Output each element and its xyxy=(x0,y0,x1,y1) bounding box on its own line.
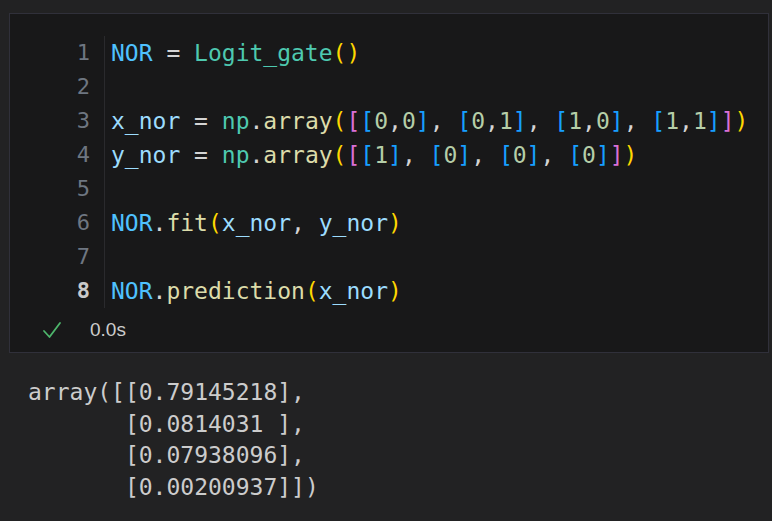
cell-status-bar: 0.0s xyxy=(10,308,768,352)
code-line[interactable]: 1NOR = Logit_gate() xyxy=(10,36,768,70)
line-number: 7 xyxy=(10,240,90,274)
line-number: 8 xyxy=(10,274,90,308)
code-line[interactable]: 3x_nor = np.array([[0,0], [0,1], [1,0], … xyxy=(10,104,768,138)
code-line-text[interactable] xyxy=(104,70,768,104)
code-line[interactable]: 5 xyxy=(10,172,768,206)
code-line[interactable]: 2 xyxy=(10,70,768,104)
code-line-text[interactable]: NOR.prediction(x_nor) xyxy=(104,274,768,308)
notebook-cell[interactable]: 1NOR = Logit_gate()23x_nor = np.array([[… xyxy=(9,13,769,353)
success-check-icon xyxy=(40,318,64,342)
line-number: 3 xyxy=(10,104,90,138)
code-line-text[interactable]: NOR.fit(x_nor, y_nor) xyxy=(104,206,768,240)
cell-output: array([[0.79145218], [0.0814031 ], [0.07… xyxy=(0,353,772,503)
code-line[interactable]: 7 xyxy=(10,240,768,274)
code-line-text[interactable]: NOR = Logit_gate() xyxy=(104,36,768,70)
line-number: 6 xyxy=(10,206,90,240)
code-line-text[interactable]: x_nor = np.array([[0,0], [0,1], [1,0], [… xyxy=(104,104,768,138)
line-number: 2 xyxy=(10,70,90,104)
code-line[interactable]: 6NOR.fit(x_nor, y_nor) xyxy=(10,206,768,240)
code-line[interactable]: 4y_nor = np.array([[1], [0], [0], [0]]) xyxy=(10,138,768,172)
code-line[interactable]: 8NOR.prediction(x_nor) xyxy=(10,274,768,308)
execution-time: 0.0s xyxy=(90,319,126,341)
code-line-text[interactable] xyxy=(104,172,768,206)
line-number: 1 xyxy=(10,36,90,70)
code-line-text[interactable]: y_nor = np.array([[1], [0], [0], [0]]) xyxy=(104,138,768,172)
notebook-view: 1NOR = Logit_gate()23x_nor = np.array([[… xyxy=(0,13,772,503)
code-editor[interactable]: 1NOR = Logit_gate()23x_nor = np.array([[… xyxy=(10,14,768,308)
code-line-text[interactable] xyxy=(104,240,768,274)
line-number: 5 xyxy=(10,172,90,206)
line-number: 4 xyxy=(10,138,90,172)
